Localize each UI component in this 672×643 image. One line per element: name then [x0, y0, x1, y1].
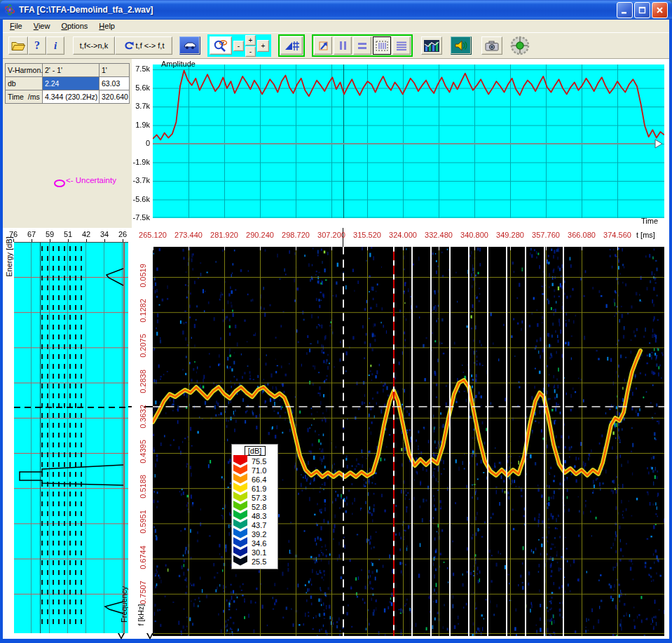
magnifier-eye-icon	[213, 39, 228, 52]
energy-xtick-59: 59	[41, 230, 59, 238]
app-window: TFA [C:\TFA-Demo\ind_tfa_2.wav] FileView…	[0, 0, 672, 643]
legend-color-chevron-icon	[233, 464, 247, 475]
energy-plot-canvas[interactable]	[14, 242, 128, 633]
legend-row: 66.4	[233, 475, 276, 484]
table-cell-r1c1[interactable]: 2.24	[43, 77, 99, 90]
legend-row: 43.7	[233, 520, 276, 529]
freq-tick-0.0519: 0.0519	[139, 256, 147, 295]
menu-help[interactable]: Help	[93, 21, 121, 31]
amp-ytick--3.7k: -3.7k	[125, 176, 150, 184]
legend-row: 71.0	[233, 466, 276, 475]
legend-value: 52.8	[252, 503, 266, 511]
close-button[interactable]	[652, 2, 668, 18]
energy-xtick-mark	[86, 239, 87, 242]
cursor-tool-group	[312, 34, 413, 57]
legend-value: 25.5	[252, 557, 266, 566]
legend-color-chevron-icon	[233, 537, 247, 548]
table-cell-r0c0: V-Harmon.	[6, 64, 42, 76]
menu-view[interactable]: View	[28, 21, 56, 31]
amp-ytick--1.9k: -1.9k	[125, 158, 150, 166]
pitch-track-grid-button[interactable]	[280, 36, 303, 55]
table-cell-r2c1[interactable]: 4.344 (230.2Hz)	[43, 90, 99, 103]
legend-color-chevron-icon	[233, 546, 247, 557]
legend-color-chevron-icon	[233, 510, 247, 520]
app-icon	[4, 4, 15, 15]
energy-xtick-mark	[50, 239, 50, 242]
maximize-button[interactable]	[634, 2, 650, 18]
legend-row: 57.3	[233, 493, 276, 502]
energy-axis-arrow-icon	[118, 633, 125, 639]
legend-value: 66.4	[252, 475, 266, 484]
open-file-button[interactable]	[8, 36, 28, 55]
table-cell-r0c1: 2' - 1'	[43, 64, 99, 76]
legend-row: 25.5	[233, 557, 276, 566]
toolbar: ? i t,f<->n,k t,f <-> f,t	[3, 32, 669, 59]
legend-color-chevron-icon	[233, 555, 247, 566]
zoom-out-small-button[interactable]: -	[245, 46, 256, 57]
minimize-button[interactable]	[617, 2, 633, 18]
table-cell-r2c0: Time /ms	[6, 90, 42, 103]
tf-ft-transform-button[interactable]: t,f <-> f,t	[115, 36, 172, 55]
crosshair-target-icon	[509, 35, 530, 56]
amp-ytick-1.9k: 1.9k	[125, 121, 150, 129]
play-sound-button[interactable]	[451, 36, 472, 55]
energy-xtick-67: 67	[22, 230, 41, 238]
amplitude-plot-canvas[interactable]	[153, 65, 664, 218]
measurement-table: V-Harmon.2' - 1'1'db2.2463.03Time /ms4.3…	[5, 63, 130, 104]
legend-row: 48.3	[233, 511, 276, 520]
freq-tick-0.7507: 0.7507	[139, 573, 147, 612]
menu-bar: FileViewOptionsHelp	[3, 20, 669, 32]
zoom-out-button[interactable]: -	[233, 41, 244, 51]
help-button[interactable]: ?	[28, 36, 46, 55]
info-button[interactable]: i	[46, 36, 64, 55]
amp-ytick-0: 0	[125, 139, 150, 147]
legend-row: 39.2	[233, 529, 276, 539]
zoom-in-small-button[interactable]: +	[245, 35, 256, 46]
uncertainty-ellipse-icon	[54, 180, 65, 187]
rotate-arrow-icon	[123, 41, 134, 50]
legend-value: 34.6	[252, 539, 266, 548]
vertical-lines-box-icon	[376, 41, 388, 51]
diagonal-arrow-icon	[317, 40, 329, 52]
bar-chart-icon	[424, 40, 439, 52]
target-tool[interactable]	[509, 35, 530, 56]
zoom-in-button[interactable]: +	[257, 40, 269, 52]
analysis-chart-button[interactable]	[421, 36, 442, 55]
two-horizontal-bars-icon	[357, 41, 367, 50]
energy-xtick-mark	[68, 239, 69, 242]
title-bar[interactable]: TFA [C:\TFA-Demo\ind_tfa_2.wav]	[0, 0, 672, 20]
legend-color-chevron-icon	[233, 455, 247, 466]
spectrogram-canvas[interactable]	[153, 247, 664, 636]
legend-title: [dB]	[245, 446, 266, 456]
zoom-lens-button[interactable]	[210, 36, 232, 55]
screenshot-button[interactable]	[481, 36, 502, 55]
car-demo-button[interactable]	[179, 36, 200, 55]
menu-options[interactable]: Options	[55, 21, 93, 31]
car-icon	[183, 41, 197, 50]
freq-tick-0.2075: 0.2075	[139, 326, 147, 365]
legend-value: 43.7	[252, 521, 266, 529]
legend-row: 34.6	[233, 539, 276, 548]
vertical-grid-button[interactable]	[373, 36, 391, 55]
time-tick-374.560: 374.560	[596, 231, 638, 239]
two-vertical-bars-icon	[338, 41, 348, 50]
tf-nk-transform-button[interactable]: t,f<->n,k	[73, 36, 115, 55]
legend-value: 57.3	[252, 494, 266, 502]
energy-xtick-26: 26	[114, 230, 132, 238]
vertical-cursors-button[interactable]	[334, 36, 352, 55]
amp-ytick-5.6k: 5.6k	[125, 83, 150, 92]
freq-tick-0.4395: 0.4395	[139, 432, 147, 471]
legend-value: 71.0	[252, 466, 266, 475]
free-cursor-button[interactable]	[314, 36, 332, 55]
horizontal-cursors-button[interactable]	[353, 36, 371, 55]
energy-cursor-tick	[128, 406, 132, 407]
horizontal-grid-button[interactable]	[392, 36, 411, 55]
menu-file[interactable]: File	[4, 21, 28, 31]
table-cell-r1c0: db	[6, 77, 42, 90]
speaker-icon	[454, 40, 468, 51]
legend-row: 61.9	[233, 484, 276, 493]
legend-row: 75.5	[233, 456, 276, 466]
db-legend: [dB] 75.571.066.461.957.352.848.343.739.…	[231, 444, 278, 569]
energy-xtick-mark	[32, 239, 32, 242]
info-icon: i	[54, 40, 57, 52]
